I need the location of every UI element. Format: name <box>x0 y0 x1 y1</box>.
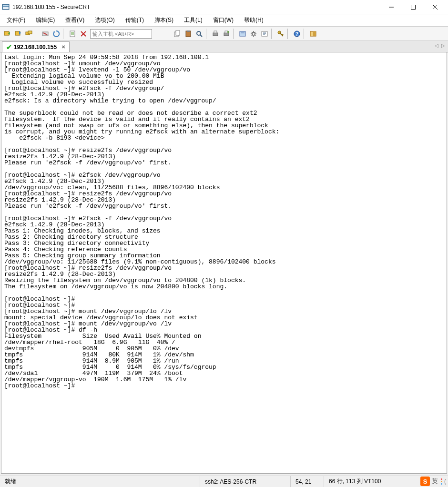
settings-icon[interactable] <box>248 29 259 39</box>
menubar: 文件(F) 编辑(E) 查看(V) 选项(O) 传输(T) 脚本(S) 工具(L… <box>0 14 448 27</box>
session-options-icon[interactable] <box>259 29 270 39</box>
svg-rect-10 <box>28 31 32 34</box>
toggle-icon[interactable] <box>308 29 318 39</box>
separator <box>206 29 209 39</box>
svg-rect-2 <box>3 7 9 9</box>
quick-connect-icon[interactable] <box>13 29 23 39</box>
copy-icon[interactable] <box>172 29 183 39</box>
reconnect-all-icon[interactable] <box>51 29 61 39</box>
menu-edit[interactable]: 编辑(E) <box>34 15 57 25</box>
svg-line-36 <box>282 34 283 35</box>
status-ready: 就绪 <box>0 476 200 487</box>
separator <box>233 29 236 39</box>
svg-rect-30 <box>240 31 245 36</box>
maximize-button[interactable] <box>402 0 424 14</box>
titlebar: 192.168.100.155 - SecureCRT <box>0 0 448 14</box>
svg-rect-26 <box>214 31 217 33</box>
status-cursor: 54, 21 <box>291 476 324 487</box>
menu-options[interactable]: 选项(O) <box>93 15 116 25</box>
menu-help[interactable]: 帮助(H) <box>242 15 265 25</box>
svg-text:?: ? <box>295 31 298 37</box>
svg-rect-27 <box>224 33 229 36</box>
tab-prev-icon[interactable]: ◁ <box>435 43 438 48</box>
svg-line-24 <box>200 35 202 37</box>
separator <box>287 29 290 39</box>
separator <box>304 29 306 39</box>
key-icon[interactable] <box>275 29 286 39</box>
delete-icon[interactable] <box>78 29 89 39</box>
ime-dots-icon <box>441 478 442 485</box>
paste-icon[interactable] <box>183 29 193 39</box>
ime-icon: S <box>420 477 430 486</box>
toolbar: ? <box>0 27 448 41</box>
tab-label: 192.168.100.155 <box>14 44 57 51</box>
menu-transfer[interactable]: 传输(T) <box>123 15 146 25</box>
svg-point-23 <box>197 31 201 35</box>
menu-window[interactable]: 窗口(W) <box>211 15 235 25</box>
separator <box>63 29 66 39</box>
status-protocol: ssh2: AES-256-CTR <box>200 476 291 487</box>
ime-label: 英 <box>432 477 438 486</box>
svg-rect-1 <box>3 5 9 6</box>
menu-script[interactable]: 脚本(S) <box>153 15 175 25</box>
close-button[interactable] <box>424 0 446 14</box>
tab-session[interactable]: ✔ 192.168.100.155 ✕ <box>2 41 70 52</box>
disconnect-icon[interactable] <box>40 29 51 39</box>
minimize-button[interactable] <box>380 0 402 14</box>
help-icon[interactable]: ? <box>292 29 302 39</box>
svg-point-29 <box>227 31 229 33</box>
svg-rect-4 <box>411 5 416 9</box>
menu-file[interactable]: 文件(F) <box>5 15 27 25</box>
window-title: 192.168.100.155 - SecureCRT <box>12 4 380 10</box>
options-icon[interactable] <box>237 29 248 39</box>
ime-indicator[interactable]: S 英 ( <box>420 477 446 486</box>
find-icon[interactable] <box>194 29 204 39</box>
host-input[interactable] <box>90 29 152 39</box>
svg-rect-25 <box>213 33 218 36</box>
menu-tools[interactable]: 工具(L) <box>182 15 204 25</box>
tab-nav: ◁ ▷ <box>435 43 445 48</box>
properties-icon[interactable] <box>67 29 78 39</box>
tabbar: ✔ 192.168.100.155 ✕ ◁ ▷ <box>0 41 448 52</box>
connect-icon[interactable] <box>2 29 12 39</box>
reconnect-icon[interactable] <box>24 29 34 39</box>
svg-point-32 <box>252 32 255 35</box>
svg-rect-40 <box>313 31 316 36</box>
print-screen-icon[interactable] <box>221 29 232 39</box>
separator <box>36 29 39 39</box>
svg-rect-20 <box>176 30 180 35</box>
separator <box>271 29 274 39</box>
print-icon[interactable] <box>210 29 221 39</box>
check-icon: ✔ <box>6 43 12 51</box>
menu-view[interactable]: 查看(V) <box>63 15 86 25</box>
tab-next-icon[interactable]: ▷ <box>441 43 445 48</box>
svg-rect-22 <box>187 30 190 32</box>
terminal[interactable]: Last login: Mon Sep 24 09:59:58 2018 fro… <box>1 52 447 474</box>
status-size: 66 行, 113 列 VT100 <box>324 476 400 487</box>
statusbar: 就绪 ssh2: AES-256-CTR 54, 21 66 行, 113 列 … <box>0 476 448 487</box>
app-icon <box>2 3 10 11</box>
tab-close-icon[interactable]: ✕ <box>61 44 65 50</box>
svg-rect-13 <box>70 31 75 37</box>
